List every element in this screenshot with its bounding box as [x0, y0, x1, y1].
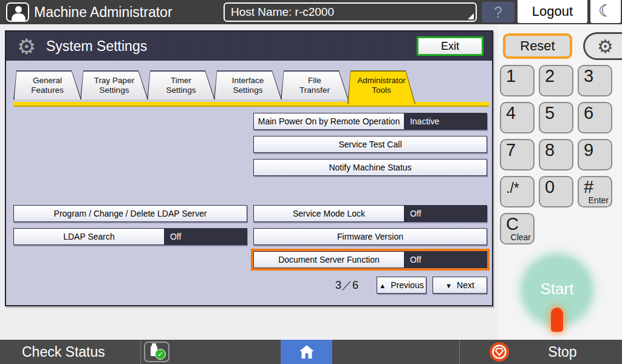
service-test-call-button[interactable]: Service Test Call — [253, 136, 487, 153]
next-page-button[interactable]: ▼Next — [432, 277, 487, 294]
numeric-keypad: 1 2 3 4 5 6 7 8 9 ./* 0 # Enter C Clear — [500, 65, 621, 244]
host-name-text: Host Name: r-c2000 — [231, 5, 334, 18]
stop-icon — [490, 342, 509, 362]
check-status-button[interactable]: Check Status — [22, 340, 105, 364]
exit-button[interactable]: Exit — [417, 36, 484, 56]
tab-underline — [13, 102, 489, 107]
key-enter-label: Enter — [589, 196, 609, 205]
tab-tray-paper-settings[interactable]: Tray Paper Settings — [80, 70, 148, 99]
green-check-icon: ✓ — [155, 349, 166, 360]
key-enter-symbol: # — [584, 177, 593, 197]
document-server-function-value: Off — [405, 252, 487, 268]
main-power-remote-operation-value: Inactive — [405, 113, 487, 129]
key-8[interactable]: 8 — [539, 139, 573, 170]
ldap-server-button[interactable]: Program / Change / Delete LDAP Server — [13, 205, 247, 222]
up-triangle-icon: ▲ — [379, 282, 386, 289]
user-icon[interactable] — [6, 2, 29, 22]
key-9[interactable]: 9 — [578, 139, 612, 170]
ldap-search-label: LDAP Search — [14, 229, 165, 244]
down-triangle-icon: ▼ — [445, 282, 452, 289]
main-power-remote-operation-button[interactable]: Main Power On by Remote Operation Inacti… — [253, 113, 487, 130]
home-button[interactable] — [281, 340, 332, 364]
start-indicator-light — [551, 308, 563, 332]
system-settings-gear-icon: ⚙ — [17, 33, 36, 61]
host-name-dropdown[interactable]: Host Name: r-c2000 — [224, 2, 477, 22]
stop-button[interactable]: Stop — [459, 340, 622, 364]
panel-title: System Settings — [46, 32, 147, 61]
divider — [140, 340, 141, 364]
key-clear[interactable]: C Clear — [500, 213, 535, 244]
service-mode-lock-value: Off — [405, 206, 487, 221]
tab-file-transfer[interactable]: File Transfer — [281, 70, 349, 99]
reset-button[interactable]: Reset — [503, 33, 572, 59]
main-power-remote-operation-label: Main Power On by Remote Operation — [254, 113, 405, 129]
ldap-search-value: Off — [165, 229, 247, 244]
previous-page-button[interactable]: ▲Previous — [377, 277, 426, 294]
help-button[interactable]: ? — [482, 2, 514, 22]
panel-header: ⚙ System Settings Exit — [6, 32, 492, 61]
tab-general-features[interactable]: General Features — [13, 70, 81, 99]
firmware-version-button[interactable]: Firmware Version — [253, 228, 487, 245]
key-3[interactable]: 3 — [578, 65, 612, 96]
logged-in-user-label: Machine Administrator — [34, 0, 173, 24]
bottom-bar: Check Status ✓ Stop — [0, 340, 622, 364]
tab-timer-settings[interactable]: Timer Settings — [147, 70, 215, 99]
user-icon-head — [15, 6, 22, 13]
document-server-function-button[interactable]: Document Server Function Off — [253, 251, 487, 268]
service-mode-lock-label: Service Mode Lock — [254, 206, 405, 221]
key-7[interactable]: 7 — [500, 139, 535, 170]
key-1[interactable]: 1 — [500, 65, 535, 96]
energy-saver-moon-button[interactable]: ☾ — [590, 0, 621, 23]
dropdown-corner-icon — [468, 13, 474, 19]
key-clear-label: Clear — [511, 233, 531, 242]
key-2[interactable]: 2 — [539, 65, 573, 96]
key-6[interactable]: 6 — [578, 102, 612, 133]
hard-key-panel: Reset ⚙ 1 2 3 4 5 6 7 8 9 ./* 0 # Enter … — [498, 24, 622, 340]
service-mode-lock-button[interactable]: Service Mode Lock Off — [253, 205, 487, 222]
home-icon — [298, 343, 315, 360]
media-status-button[interactable]: ✓ — [144, 342, 169, 362]
ldap-search-button[interactable]: LDAP Search Off — [13, 228, 247, 245]
top-bar: Machine Administrator Host Name: r-c2000… — [0, 0, 622, 24]
key-dot-asterisk[interactable]: ./* — [500, 176, 535, 207]
key-enter[interactable]: # Enter — [578, 176, 612, 207]
key-clear-symbol: C — [506, 214, 519, 234]
key-5[interactable]: 5 — [539, 102, 573, 133]
settings-gear-button[interactable]: ⚙ — [583, 32, 622, 60]
notify-machine-status-button[interactable]: Notify Machine Status — [253, 159, 487, 176]
key-0[interactable]: 0 — [539, 176, 573, 207]
page-indicator: 3／6 — [316, 277, 358, 294]
document-server-function-label: Document Server Function — [254, 252, 405, 268]
user-icon-body — [12, 13, 26, 21]
tab-administrator-tools[interactable]: Administrator Tools — [347, 70, 415, 104]
system-settings-panel: ⚙ System Settings Exit General Features … — [5, 30, 493, 306]
key-4[interactable]: 4 — [500, 102, 535, 133]
stop-label: Stop — [526, 340, 599, 364]
tab-interface-settings[interactable]: Interface Settings — [214, 70, 282, 99]
logout-button[interactable]: Logout — [518, 0, 587, 23]
